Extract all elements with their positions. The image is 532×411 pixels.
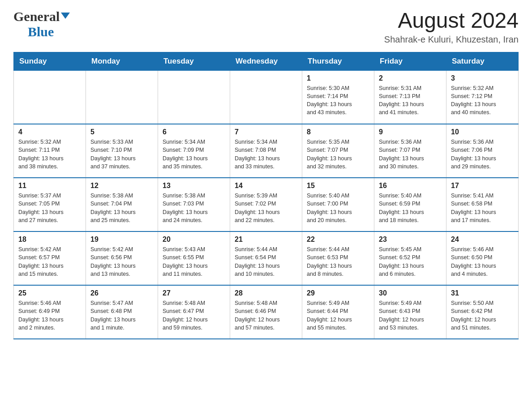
day-info: Sunrise: 5:48 AM Sunset: 6:46 PM Dayligh… — [235, 299, 297, 332]
day-number: 3 — [451, 74, 514, 82]
day-number: 12 — [90, 182, 153, 190]
day-number: 31 — [451, 289, 514, 297]
calendar-day-cell: 2Sunrise: 5:31 AM Sunset: 7:13 PM Daylig… — [374, 70, 446, 124]
calendar-day-cell: 18Sunrise: 5:42 AM Sunset: 6:57 PM Dayli… — [14, 231, 86, 285]
calendar-week-row: 1Sunrise: 5:30 AM Sunset: 7:14 PM Daylig… — [14, 70, 519, 124]
logo-general-text: General — [13, 9, 60, 24]
day-number: 4 — [18, 128, 81, 136]
day-info: Sunrise: 5:44 AM Sunset: 6:53 PM Dayligh… — [307, 245, 369, 278]
logo-blue-text: Blue — [28, 24, 54, 39]
day-number: 21 — [235, 235, 297, 244]
day-number: 26 — [90, 289, 153, 297]
day-info: Sunrise: 5:36 AM Sunset: 7:06 PM Dayligh… — [451, 138, 514, 171]
calendar-day-cell: 8Sunrise: 5:35 AM Sunset: 7:07 PM Daylig… — [302, 124, 374, 178]
day-info: Sunrise: 5:49 AM Sunset: 6:44 PM Dayligh… — [307, 299, 369, 332]
calendar-day-cell: 24Sunrise: 5:46 AM Sunset: 6:50 PM Dayli… — [446, 231, 519, 285]
day-info: Sunrise: 5:32 AM Sunset: 7:11 PM Dayligh… — [18, 138, 81, 171]
day-number: 27 — [163, 289, 225, 297]
location: Shahrak-e Kuluri, Khuzestan, Iran — [384, 34, 519, 45]
day-number: 29 — [307, 289, 369, 297]
day-info: Sunrise: 5:41 AM Sunset: 6:58 PM Dayligh… — [451, 192, 514, 224]
calendar-day-cell — [86, 70, 158, 124]
day-number: 19 — [90, 235, 153, 244]
day-info: Sunrise: 5:34 AM Sunset: 7:09 PM Dayligh… — [163, 138, 225, 171]
day-number: 15 — [307, 182, 369, 190]
logo: General Blue — [13, 9, 70, 39]
calendar-day-cell — [230, 70, 302, 124]
day-number: 20 — [163, 235, 225, 244]
day-info: Sunrise: 5:42 AM Sunset: 6:56 PM Dayligh… — [90, 245, 153, 278]
calendar-day-cell: 30Sunrise: 5:49 AM Sunset: 6:43 PM Dayli… — [374, 285, 446, 339]
day-number: 10 — [451, 128, 514, 136]
day-of-week-header: Wednesday — [230, 52, 302, 70]
day-number: 5 — [90, 128, 153, 136]
day-number: 25 — [18, 289, 81, 297]
calendar-week-row: 4Sunrise: 5:32 AM Sunset: 7:11 PM Daylig… — [14, 124, 519, 178]
day-info: Sunrise: 5:47 AM Sunset: 6:48 PM Dayligh… — [90, 299, 153, 332]
calendar-day-cell: 11Sunrise: 5:37 AM Sunset: 7:05 PM Dayli… — [14, 178, 86, 231]
calendar-day-cell: 9Sunrise: 5:36 AM Sunset: 7:07 PM Daylig… — [374, 124, 446, 178]
calendar-day-cell: 20Sunrise: 5:43 AM Sunset: 6:55 PM Dayli… — [158, 231, 230, 285]
calendar-day-cell: 5Sunrise: 5:33 AM Sunset: 7:10 PM Daylig… — [86, 124, 158, 178]
calendar-day-cell: 23Sunrise: 5:45 AM Sunset: 6:52 PM Dayli… — [374, 231, 446, 285]
calendar-day-cell: 3Sunrise: 5:32 AM Sunset: 7:12 PM Daylig… — [446, 70, 519, 124]
day-info: Sunrise: 5:40 AM Sunset: 6:59 PM Dayligh… — [379, 192, 442, 224]
calendar-day-cell: 31Sunrise: 5:50 AM Sunset: 6:42 PM Dayli… — [446, 285, 519, 339]
day-info: Sunrise: 5:50 AM Sunset: 6:42 PM Dayligh… — [451, 299, 514, 332]
day-info: Sunrise: 5:36 AM Sunset: 7:07 PM Dayligh… — [379, 138, 442, 171]
calendar-day-cell: 26Sunrise: 5:47 AM Sunset: 6:48 PM Dayli… — [86, 285, 158, 339]
day-number: 8 — [307, 128, 369, 136]
day-info: Sunrise: 5:40 AM Sunset: 7:00 PM Dayligh… — [307, 192, 369, 224]
calendar-header-row: SundayMondayTuesdayWednesdayThursdayFrid… — [14, 52, 519, 70]
day-of-week-header: Saturday — [446, 52, 519, 70]
day-number: 22 — [307, 235, 369, 244]
calendar-day-cell: 29Sunrise: 5:49 AM Sunset: 6:44 PM Dayli… — [302, 285, 374, 339]
day-number: 2 — [379, 74, 442, 82]
day-info: Sunrise: 5:35 AM Sunset: 7:07 PM Dayligh… — [307, 138, 369, 171]
calendar-day-cell: 6Sunrise: 5:34 AM Sunset: 7:09 PM Daylig… — [158, 124, 230, 178]
day-number: 23 — [379, 235, 442, 244]
calendar-day-cell: 21Sunrise: 5:44 AM Sunset: 6:54 PM Dayli… — [230, 231, 302, 285]
day-number: 13 — [163, 182, 225, 190]
calendar-day-cell: 27Sunrise: 5:48 AM Sunset: 6:47 PM Dayli… — [158, 285, 230, 339]
day-info: Sunrise: 5:44 AM Sunset: 6:54 PM Dayligh… — [235, 245, 297, 278]
day-of-week-header: Monday — [86, 52, 158, 70]
day-of-week-header: Tuesday — [158, 52, 230, 70]
calendar-day-cell: 12Sunrise: 5:38 AM Sunset: 7:04 PM Dayli… — [86, 178, 158, 231]
day-number: 16 — [379, 182, 442, 190]
day-number: 24 — [451, 235, 514, 244]
calendar-week-row: 18Sunrise: 5:42 AM Sunset: 6:57 PM Dayli… — [14, 231, 519, 285]
calendar-day-cell: 17Sunrise: 5:41 AM Sunset: 6:58 PM Dayli… — [446, 178, 519, 231]
day-number: 28 — [235, 289, 297, 297]
calendar-day-cell: 22Sunrise: 5:44 AM Sunset: 6:53 PM Dayli… — [302, 231, 374, 285]
day-info: Sunrise: 5:46 AM Sunset: 6:49 PM Dayligh… — [18, 299, 81, 332]
day-info: Sunrise: 5:38 AM Sunset: 7:03 PM Dayligh… — [163, 192, 225, 224]
day-info: Sunrise: 5:38 AM Sunset: 7:04 PM Dayligh… — [90, 192, 153, 224]
day-number: 9 — [379, 128, 442, 136]
calendar-day-cell: 1Sunrise: 5:30 AM Sunset: 7:14 PM Daylig… — [302, 70, 374, 124]
day-of-week-header: Thursday — [302, 52, 374, 70]
calendar-day-cell: 25Sunrise: 5:46 AM Sunset: 6:49 PM Dayli… — [14, 285, 86, 339]
calendar-day-cell: 16Sunrise: 5:40 AM Sunset: 6:59 PM Dayli… — [374, 178, 446, 231]
day-info: Sunrise: 5:43 AM Sunset: 6:55 PM Dayligh… — [163, 245, 225, 278]
day-info: Sunrise: 5:32 AM Sunset: 7:12 PM Dayligh… — [451, 84, 514, 117]
calendar-day-cell: 28Sunrise: 5:48 AM Sunset: 6:46 PM Dayli… — [230, 285, 302, 339]
svg-marker-0 — [61, 13, 70, 19]
day-info: Sunrise: 5:48 AM Sunset: 6:47 PM Dayligh… — [163, 299, 225, 332]
day-info: Sunrise: 5:30 AM Sunset: 7:14 PM Dayligh… — [307, 84, 369, 117]
calendar-day-cell: 10Sunrise: 5:36 AM Sunset: 7:06 PM Dayli… — [446, 124, 519, 178]
calendar-day-cell: 13Sunrise: 5:38 AM Sunset: 7:03 PM Dayli… — [158, 178, 230, 231]
calendar-day-cell: 14Sunrise: 5:39 AM Sunset: 7:02 PM Dayli… — [230, 178, 302, 231]
day-number: 18 — [18, 235, 81, 244]
day-of-week-header: Friday — [374, 52, 446, 70]
calendar-day-cell: 7Sunrise: 5:34 AM Sunset: 7:08 PM Daylig… — [230, 124, 302, 178]
page-header: General Blue August 2024 Shahrak-e Kulur… — [13, 9, 519, 45]
day-number: 7 — [235, 128, 297, 136]
calendar-day-cell — [158, 70, 230, 124]
calendar-table: SundayMondayTuesdayWednesdayThursdayFrid… — [13, 52, 519, 340]
calendar-week-row: 11Sunrise: 5:37 AM Sunset: 7:05 PM Dayli… — [14, 178, 519, 231]
calendar-day-cell: 19Sunrise: 5:42 AM Sunset: 6:56 PM Dayli… — [86, 231, 158, 285]
calendar-day-cell — [14, 70, 86, 124]
day-info: Sunrise: 5:33 AM Sunset: 7:10 PM Dayligh… — [90, 138, 153, 171]
logo-arrow-icon — [61, 11, 70, 21]
